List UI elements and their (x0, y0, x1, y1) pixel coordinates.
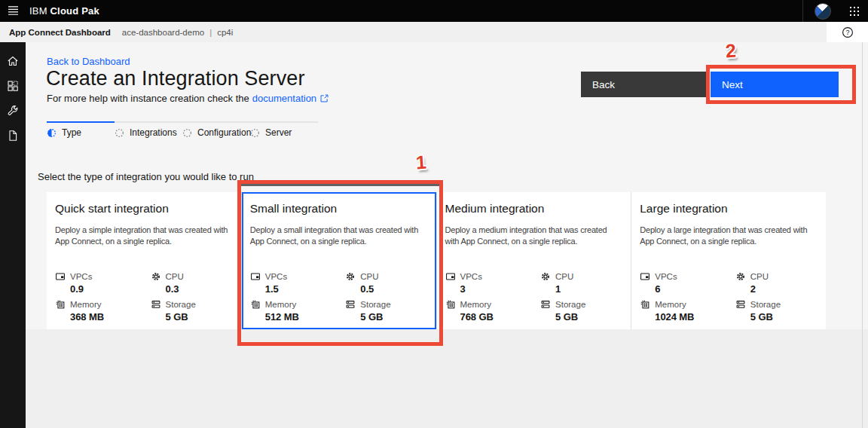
card-specs: VPCs 3 CPU 1 Memory 768 GB Storage 5 GB (445, 271, 625, 323)
spec-label: VPCs (70, 272, 92, 281)
document-icon (7, 130, 19, 142)
step-label: Integrations (130, 127, 177, 138)
step-dash-circle-icon (115, 128, 124, 138)
card-title: Quick start integration (55, 202, 233, 216)
spec-label: Storage (166, 300, 196, 309)
spec-label: Storage (750, 300, 781, 309)
spec-memory: Memory 512 MB (250, 299, 346, 323)
card-specs: VPCs 6 CPU 2 Memory 1024 MB Storage 5 GB (640, 271, 820, 323)
next-button[interactable]: Next (711, 72, 839, 97)
breadcrumb: App Connect Dashboard ace-dashboard-demo… (0, 22, 868, 42)
spec-label: Memory (655, 300, 686, 309)
spec-cpu: CPU 1 (540, 271, 625, 295)
apps-icon (7, 80, 19, 92)
spec-value: 6 (655, 283, 735, 295)
subtitle-text: For more help with instance creation che… (47, 93, 249, 104)
card-specs: VPCs 0.9 CPU 0.3 Memory 368 MB Storage 5… (55, 271, 235, 323)
card-description: Deploy a small integration that was crea… (250, 225, 428, 246)
storage-icon (735, 299, 746, 310)
wrench-icon (7, 105, 19, 117)
hamburger-icon (8, 6, 19, 16)
spec-memory: Memory 1024 MB (640, 299, 735, 323)
step-label: Type (62, 127, 81, 138)
step-configuration[interactable]: Configuration (182, 121, 250, 138)
sidebar-item-integrations[interactable] (7, 80, 19, 92)
card-description: Deploy a simple integration that was cre… (55, 225, 233, 246)
back-to-dashboard-link[interactable]: Back to Dashboard (47, 56, 130, 67)
cpu-icon (735, 271, 746, 282)
annotation-marker-2: 2 (725, 40, 737, 63)
lower-background (26, 329, 868, 428)
spec-value: 0.5 (360, 283, 429, 295)
brand: IBM Cloud Pak (29, 5, 99, 17)
help-icon[interactable] (842, 26, 854, 38)
step-server[interactable]: Server (250, 121, 318, 138)
memory-icon (640, 299, 650, 310)
breadcrumb-instance: ace-dashboard-demo (122, 28, 204, 37)
spec-memory: Memory 768 GB (445, 299, 541, 323)
spec-cpu: CPU 2 (735, 271, 820, 295)
page-subtitle: For more help with instance creation che… (47, 93, 329, 104)
card-description: Deploy a medium integration that was cre… (445, 225, 623, 246)
card-description: Deploy a large integration that was crea… (640, 225, 818, 246)
memory-icon (55, 299, 66, 310)
spec-value: 5 GB (360, 311, 429, 323)
top-header: IBM Cloud Pak (0, 0, 868, 22)
spec-value: 512 MB (265, 311, 346, 323)
step-label: Configuration (197, 127, 251, 138)
spec-label: CPU (166, 272, 184, 281)
spec-label: Storage (360, 300, 390, 309)
spec-value: 1.5 (265, 283, 346, 295)
card-quick-start-integration[interactable]: Quick start integration Deploy a simple … (47, 192, 241, 329)
avatar[interactable] (815, 3, 831, 20)
breadcrumb-separator: | (209, 28, 212, 37)
left-nav (0, 42, 26, 428)
scrollbar-track[interactable] (862, 42, 863, 428)
vpc-icon (55, 271, 66, 282)
spec-label: Memory (70, 300, 102, 309)
card-title: Large integration (640, 202, 818, 216)
sidebar-item-home[interactable] (7, 55, 19, 67)
spec-label: VPCs (460, 272, 482, 281)
step-integrations[interactable]: Integrations (115, 121, 182, 138)
progress-indicator: Type Integrations Configuration Server (47, 121, 318, 138)
spec-cpu: CPU 0.3 (151, 271, 235, 295)
spec-storage: Storage 5 GB (735, 299, 820, 323)
app-switcher-button[interactable] (841, 0, 868, 22)
back-button[interactable]: Back (581, 72, 707, 97)
external-link-icon[interactable] (319, 93, 329, 103)
card-title: Small integration (250, 202, 428, 216)
storage-icon (345, 299, 356, 310)
sidebar-item-docs[interactable] (7, 130, 19, 142)
spec-vpcs: VPCs 1.5 (250, 271, 346, 295)
spec-vpcs: VPCs 6 (640, 271, 735, 295)
step-type[interactable]: Type (47, 121, 115, 138)
spec-value: 5 GB (166, 311, 235, 323)
step-dash-circle-icon (250, 128, 260, 138)
spec-label: CPU (555, 272, 573, 281)
memory-icon (445, 299, 456, 310)
breadcrumb-app[interactable]: App Connect Dashboard (9, 28, 111, 37)
card-medium-integration[interactable]: Medium integration Deploy a medium integ… (436, 192, 631, 329)
spec-label: VPCs (265, 272, 287, 281)
card-large-integration[interactable]: Large integration Deploy a large integra… (631, 192, 826, 329)
spec-label: Memory (265, 300, 297, 309)
spec-value: 1024 MB (655, 311, 735, 323)
spec-value: 368 MB (70, 311, 151, 323)
annotation-marker-1: 1 (415, 151, 427, 174)
integration-type-cards: Quick start integration Deploy a simple … (47, 192, 826, 329)
step-label: Server (265, 127, 292, 138)
card-small-integration[interactable]: Small integration Deploy a small integra… (241, 192, 436, 329)
spec-value: 3 (460, 283, 541, 295)
vpc-icon (250, 271, 261, 282)
menu-button[interactable] (0, 0, 26, 22)
storage-icon (151, 299, 161, 310)
spec-label: VPCs (655, 272, 677, 281)
cpu-icon (540, 271, 551, 282)
header-divider (802, 0, 803, 22)
spec-value: 1 (555, 283, 625, 295)
documentation-link[interactable]: documentation (252, 93, 316, 104)
sidebar-item-tools[interactable] (7, 105, 19, 117)
vpc-icon (640, 271, 650, 282)
spec-value: 2 (750, 283, 820, 295)
